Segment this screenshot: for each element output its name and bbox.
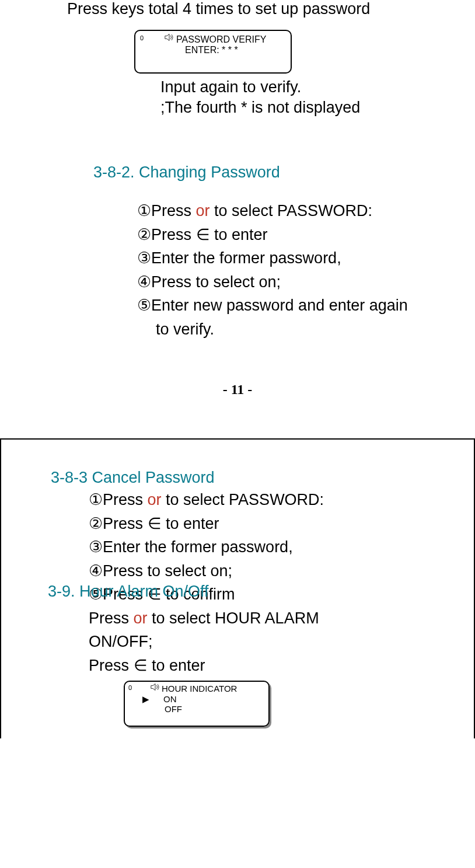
display-corner-char: 0	[128, 684, 132, 691]
page-number: - 11 -	[0, 382, 475, 398]
display-hour-line-2: ON	[163, 694, 177, 704]
caption-verify-2: ;The fourth * is not displayed	[160, 97, 452, 118]
display-corner-char: 0	[140, 34, 144, 41]
display-line-2: ENTER: * * *	[185, 45, 285, 55]
display-hour-line-1: HOUR INDICATOR	[162, 684, 264, 694]
cancel-step-3: ③Enter the former password,	[89, 535, 456, 559]
cancel-step-1: ①Press or to select PASSWORD:	[89, 488, 456, 512]
step-2: ②Press ∈ to enter	[137, 223, 452, 247]
cancel-step-4: ④Press to select on;	[89, 559, 456, 583]
intro-text: Press keys total 4 times to set up passw…	[67, 0, 452, 18]
steps-changing-password: ①Press or to select PASSWORD: ②Press ∈ t…	[137, 199, 452, 341]
step-5: ⑤Enter new password and enter again	[137, 294, 452, 318]
heading-hour-alarm: 3-9. Hour Alarm On/Off	[48, 583, 209, 601]
selection-arrow-icon: ▶	[142, 694, 149, 705]
display-line-1: PASSWORD VERIFY	[176, 34, 285, 45]
display-hour-line-3: OFF	[165, 705, 264, 714]
speaker-icon	[151, 683, 160, 693]
caption-verify-1: Input again to verify.	[160, 77, 452, 97]
heading-changing-password: 3-8-2. Changing Password	[93, 163, 452, 182]
heading-cancel-password: 3-8-3 Cancel Password	[51, 469, 456, 487]
hour-alarm-line-1: Press or to select HOUR ALARM	[89, 606, 456, 630]
lcd-display-verify: 0 PASSWORD VERIFY ENTER: * * *	[134, 30, 292, 74]
hour-alarm-line-3: Press ∈ to enter	[89, 654, 456, 678]
step-4: ④Press to select on;	[137, 270, 452, 294]
lcd-display-hour: 0 HOUR INDICATOR ▶ ON OFF	[124, 681, 270, 727]
step-5b: to verify.	[156, 318, 452, 341]
hour-alarm-line-2: ON/OFF;	[89, 630, 456, 654]
or-text: or	[148, 491, 166, 508]
page-12-frame: 3-8-3 Cancel Password ①Press or to selec…	[0, 438, 475, 738]
step-3: ③Enter the former password,	[137, 246, 452, 270]
step-1: ①Press or to select PASSWORD:	[137, 199, 452, 223]
or-text: or	[134, 609, 152, 627]
or-text: or	[196, 202, 215, 219]
speaker-icon	[165, 33, 174, 44]
cancel-step-2: ②Press ∈ to enter	[89, 512, 456, 536]
